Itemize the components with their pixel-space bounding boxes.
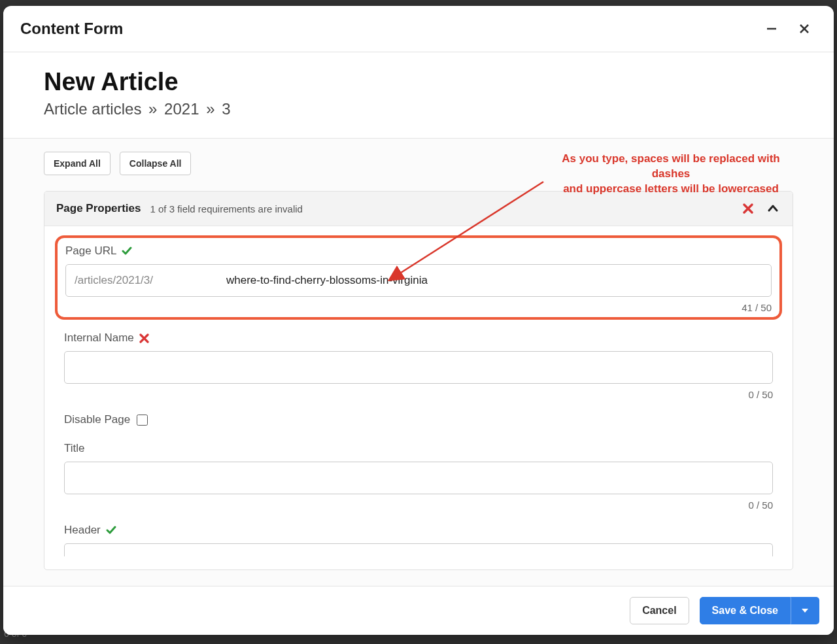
internal-name-field: Internal Name 0 / 50 xyxy=(64,331,773,400)
page-url-counter: 41 / 50 xyxy=(65,302,772,313)
header-input[interactable] xyxy=(64,543,773,556)
breadcrumb-seg-2: 3 xyxy=(222,100,230,118)
panel-collapse-button[interactable] xyxy=(765,201,781,216)
internal-name-label: Internal Name xyxy=(64,331,134,345)
title-counter: 0 / 50 xyxy=(64,500,773,511)
header-field: Header xyxy=(64,524,773,556)
title-label: Title xyxy=(64,442,85,455)
save-close-button[interactable]: Save & Close xyxy=(700,597,791,624)
modal-title: Content Form xyxy=(20,20,751,38)
check-icon xyxy=(106,525,116,535)
close-icon xyxy=(798,22,811,35)
close-button[interactable] xyxy=(792,16,817,41)
caret-down-icon xyxy=(801,607,809,615)
header-label: Header xyxy=(64,524,101,537)
internal-name-input[interactable] xyxy=(64,351,773,384)
x-icon xyxy=(742,203,754,214)
title-input[interactable] xyxy=(64,462,773,494)
minimize-icon xyxy=(765,22,778,35)
breadcrumb-type: Article xyxy=(44,100,88,118)
breadcrumb-sep: » xyxy=(206,100,214,118)
save-button-group: Save & Close xyxy=(700,597,819,624)
annotation-line-2: and uppercase letters will be lowercased xyxy=(550,182,792,197)
expand-all-button[interactable]: Expand All xyxy=(44,152,111,175)
check-icon xyxy=(122,246,132,256)
section-wrap: Expand All Collapse All As you type, spa… xyxy=(3,138,834,586)
page-head: New Article Article articles » 2021 » 3 xyxy=(3,52,834,138)
modal-body: New Article Article articles » 2021 » 3 … xyxy=(3,52,834,586)
breadcrumb: Article articles » 2021 » 3 xyxy=(44,100,793,118)
modal-header: Content Form xyxy=(3,6,834,52)
panel-invalid-icon xyxy=(740,201,756,216)
disable-page-checkbox[interactable] xyxy=(137,415,148,426)
disable-page-field: Disable Page xyxy=(64,413,773,426)
modal-footer: Cancel Save & Close xyxy=(3,586,834,635)
breadcrumb-seg-1: 2021 xyxy=(164,100,199,118)
page-url-input[interactable] xyxy=(65,264,772,297)
collapse-all-button[interactable]: Collapse All xyxy=(120,152,192,175)
internal-name-counter: 0 / 50 xyxy=(64,389,773,400)
valid-icon xyxy=(106,525,116,535)
invalid-icon xyxy=(139,333,149,343)
panel-header[interactable]: Page Properties 1 of 3 field requirement… xyxy=(44,192,793,226)
x-icon xyxy=(139,333,149,343)
breadcrumb-seg-0: articles xyxy=(92,100,141,118)
annotation-text: As you type, spaces will be replaced wit… xyxy=(550,152,792,197)
annotation-line-1: As you type, spaces will be replaced wit… xyxy=(550,152,792,182)
save-dropdown-button[interactable] xyxy=(791,597,819,624)
page-title: New Article xyxy=(44,68,793,96)
panel-body: Page URL /articles/2021/3/ 41 / 50 xyxy=(44,226,793,569)
title-field: Title 0 / 50 xyxy=(64,442,773,511)
minimize-button[interactable] xyxy=(759,16,784,41)
breadcrumb-sep: » xyxy=(148,100,157,118)
page-properties-panel: Page Properties 1 of 3 field requirement… xyxy=(44,191,793,570)
chevron-up-icon xyxy=(767,203,779,214)
page-url-highlight: Page URL /articles/2021/3/ 41 / 50 xyxy=(55,235,782,320)
panel-status: 1 of 3 field requirements are invalid xyxy=(150,203,731,214)
page-url-field: Page URL /articles/2021/3/ 41 / 50 xyxy=(65,245,772,313)
content-form-modal: Content Form New Article Article article… xyxy=(3,6,834,635)
page-url-label: Page URL xyxy=(65,245,116,258)
svg-marker-9 xyxy=(802,609,808,613)
panel-title: Page Properties xyxy=(56,202,141,215)
cancel-button[interactable]: Cancel xyxy=(630,597,689,624)
valid-icon xyxy=(122,246,132,256)
disable-page-label: Disable Page xyxy=(64,413,130,426)
